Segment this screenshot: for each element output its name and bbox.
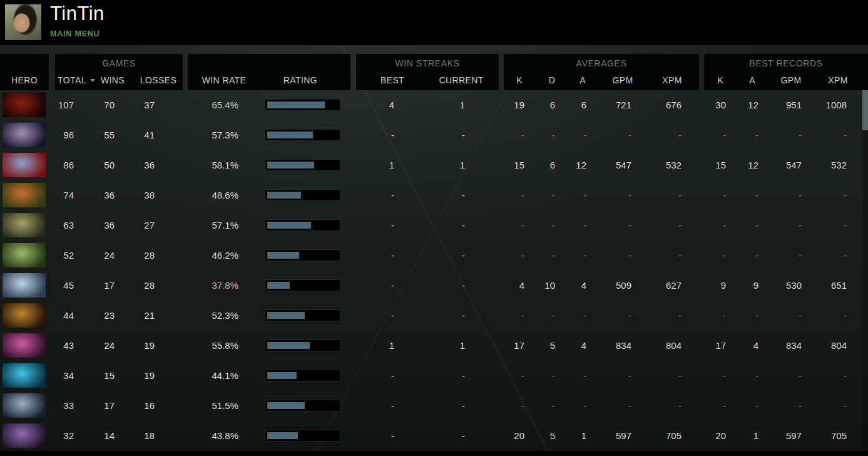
cell-avg-xpm: -: [644, 210, 682, 241]
cell-win-rate: 37.8%: [191, 271, 238, 301]
cell-total: 43: [36, 331, 74, 361]
col-header-wins[interactable]: WINS: [94, 75, 131, 85]
cell-best-gpm: -: [764, 361, 802, 391]
col-header-best-a[interactable]: A: [737, 75, 768, 85]
scrollbar-thumb[interactable]: [862, 90, 868, 130]
col-header-rating[interactable]: RATING: [266, 75, 335, 85]
cell-avg-gpm: 834: [594, 331, 631, 361]
cell-best-a: 12: [721, 150, 758, 180]
col-header-win-rate[interactable]: WIN RATE: [190, 75, 258, 85]
cell-avg-d: -: [524, 361, 555, 391]
col-header-hero: HERO: [0, 75, 49, 85]
cell-best-a: -: [721, 241, 758, 271]
scrollbar-track[interactable]: [862, 90, 868, 456]
hero-row-drow-ranger[interactable]: 45 17 28 37.8% - - 4 10 4 509 627 9 9 53…: [0, 271, 868, 301]
rating-bar: [265, 100, 340, 110]
col-header-losses[interactable]: LOSSES: [133, 75, 183, 85]
cell-avg-xpm: -: [644, 391, 682, 421]
cell-total: 63: [36, 210, 74, 241]
cell-losses: 19: [117, 361, 155, 391]
table-header: GAMES WIN STREAKS AVERAGES BEST RECORDS …: [0, 54, 868, 90]
cell-streak-best: -: [357, 361, 394, 391]
cell-avg-k: -: [493, 180, 524, 210]
hero-row-mirana[interactable]: 96 55 41 57.3% - - - - - - - - - - -: [0, 120, 868, 150]
col-header-avg-k[interactable]: K: [504, 75, 535, 85]
hero-row-pudge[interactable]: 63 36 27 57.1% - - - - - - - - - - -: [0, 210, 868, 241]
col-header-total[interactable]: TOTAL: [58, 75, 95, 85]
cell-avg-gpm: -: [594, 180, 631, 210]
cell-streak-best: -: [357, 120, 394, 150]
cell-best-xpm: -: [809, 301, 847, 331]
cell-best-a: 12: [721, 90, 758, 120]
rating-bar: [265, 190, 340, 200]
group-title-averages: AVERAGES: [504, 58, 699, 68]
hero-row-alchemist[interactable]: 44 23 21 52.3% - - - - - - - - - - -: [0, 301, 868, 331]
hero-row-shadow-fiend[interactable]: 107 70 37 65.4% 4 1 19 6 6 721 676 30 12…: [0, 90, 868, 120]
cell-win-rate: 51.5%: [191, 391, 238, 421]
cell-avg-gpm: 721: [594, 90, 631, 120]
cell-avg-d: -: [524, 120, 555, 150]
cell-avg-d: -: [524, 241, 555, 271]
cell-wins: 55: [77, 120, 115, 150]
cell-avg-a: -: [555, 361, 586, 391]
cell-best-gpm: 547: [764, 150, 802, 180]
cell-losses: 28: [117, 271, 155, 301]
hero-row-templar-assassin[interactable]: 43 24 19 55.8% 1 1 17 5 4 834 804 17 4 8…: [0, 331, 868, 361]
cell-avg-k: -: [493, 120, 524, 150]
cell-win-rate: 57.3%: [191, 120, 238, 150]
cell-avg-gpm: -: [594, 210, 631, 241]
group-title-games: GAMES: [55, 58, 183, 68]
hero-row-natures-prophet[interactable]: 52 24 28 46.2% - - - - - - - - - - -: [0, 241, 868, 271]
cell-losses: 37: [117, 90, 155, 120]
cell-losses: 18: [117, 421, 155, 451]
cell-best-xpm: 1008: [809, 90, 847, 120]
cell-best-xpm: -: [809, 120, 847, 150]
hero-row-morphling[interactable]: 34 15 19 44.1% - - - - - - - - - - -: [0, 361, 868, 391]
hero-row-tinker[interactable]: 32 14 18 43.8% - - 20 5 1 597 705 20 1 5…: [0, 421, 868, 451]
hero-row-queen-of-pain[interactable]: 86 50 36 58.1% 1 1 15 6 12 547 532 15 12…: [0, 150, 868, 180]
rating-bar-fill: [267, 132, 313, 138]
col-header-avg-gpm[interactable]: GPM: [604, 75, 641, 85]
cell-best-k: -: [688, 391, 726, 421]
cell-avg-k: -: [493, 210, 524, 241]
cell-avg-a: 1: [555, 421, 586, 451]
cell-best-xpm: -: [809, 180, 847, 210]
cell-avg-k: 17: [493, 331, 524, 361]
cell-best-k: -: [688, 210, 726, 241]
cell-total: 107: [36, 90, 74, 120]
cell-best-a: -: [721, 301, 758, 331]
profile-avatar[interactable]: [5, 4, 41, 40]
cell-avg-gpm: 547: [594, 150, 631, 180]
hero-row-phantom-assassin[interactable]: 33 17 16 51.5% - - - - - - - - - - -: [0, 391, 868, 421]
col-header-avg-d[interactable]: D: [536, 75, 568, 85]
main-menu-link[interactable]: MAIN MENU: [50, 29, 100, 38]
cell-total: 96: [36, 120, 74, 150]
cell-wins: 15: [77, 361, 115, 391]
cell-losses: 38: [117, 180, 155, 210]
cell-losses: 27: [117, 210, 155, 241]
col-header-streak-current[interactable]: CURRENT: [430, 75, 493, 85]
cell-avg-xpm: -: [644, 361, 682, 391]
col-header-best-xpm[interactable]: XPM: [819, 75, 857, 85]
hero-row-windranger[interactable]: 74 36 38 48.6% - - - - - - - - - - -: [0, 180, 868, 210]
rating-bar-fill: [267, 342, 310, 349]
cell-wins: 14: [77, 421, 115, 451]
cell-streak-best: 1: [357, 331, 394, 361]
cell-avg-d: 6: [524, 90, 555, 120]
col-header-avg-a[interactable]: A: [567, 75, 598, 85]
cell-avg-k: 20: [493, 421, 524, 451]
col-header-avg-xpm[interactable]: XPM: [653, 75, 691, 85]
rating-bar-fill: [267, 101, 325, 108]
col-header-streak-best[interactable]: BEST: [364, 75, 421, 85]
col-header-best-k[interactable]: K: [705, 75, 736, 85]
rating-bar: [265, 400, 340, 411]
cell-avg-k: 15: [493, 150, 524, 180]
cell-streak-current: -: [427, 120, 465, 150]
cell-avg-xpm: 804: [644, 331, 682, 361]
col-header-best-gpm[interactable]: GPM: [772, 75, 810, 85]
cell-total: 44: [36, 301, 74, 331]
cell-total: 86: [36, 150, 74, 180]
cell-losses: 36: [117, 150, 155, 180]
cell-avg-k: 4: [493, 271, 524, 301]
cell-wins: 17: [77, 391, 115, 421]
